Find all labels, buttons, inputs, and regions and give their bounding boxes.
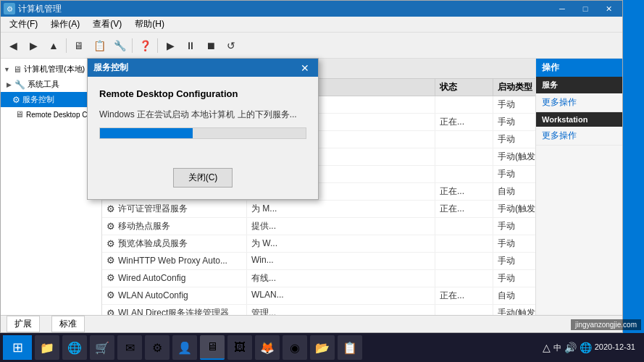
taskbar-people[interactable]: 👤 (172, 335, 197, 360)
dialog-close-button[interactable]: 关闭(C) (173, 168, 233, 188)
dialog-service-name: Remote Desktop Configuration (99, 88, 306, 99)
taskbar-file-explorer[interactable]: 📁 (35, 335, 59, 360)
watermark: jingyanzongjie.com (571, 319, 641, 330)
systray-lang[interactable]: 中 (553, 342, 561, 353)
dialog-body: Remote Desktop Configuration Windows 正在尝… (88, 77, 318, 162)
systray-date: 2020-12-31 (595, 342, 635, 353)
systray-volume[interactable]: 🔊 (564, 342, 577, 353)
taskbar-extra1[interactable]: 📋 (338, 335, 362, 360)
systray-network[interactable]: 🌐 (580, 342, 592, 353)
dialog-progress-bar (99, 127, 306, 139)
start-button[interactable]: ⊞ (3, 335, 32, 360)
service-control-dialog: 服务控制 ✕ Remote Desktop Configuration Wind… (87, 58, 319, 200)
dialog-message: Windows 正在尝试启动 本地计算机 上的下列服务... (99, 108, 306, 122)
taskbar-edge[interactable]: 🌐 (62, 335, 87, 360)
systray: △ 中 🔊 🌐 2020-12-31 (537, 342, 641, 353)
taskbar-chrome[interactable]: ◉ (283, 335, 307, 360)
taskbar-store[interactable]: 🛒 (90, 335, 114, 360)
taskbar-mail[interactable]: ✉ (117, 335, 142, 360)
dialog-overlay: 服务控制 ✕ Remote Desktop Configuration Wind… (0, 0, 644, 362)
systray-datetime[interactable]: 2020-12-31 (595, 342, 635, 353)
dialog-progress-fill (100, 128, 193, 138)
dialog-title: 服务控制 (93, 62, 128, 74)
dialog-close-icon-btn[interactable]: ✕ (298, 62, 312, 74)
dialog-footer: 关闭(C) (88, 162, 318, 199)
taskbar-folder[interactable]: 📂 (310, 335, 335, 360)
taskbar-settings[interactable]: ⚙ (145, 335, 170, 360)
dialog-title-bar: 服务控制 ✕ (88, 59, 318, 77)
taskbar-photos[interactable]: 🖼 (227, 335, 252, 360)
taskbar: ⊞ 📁 🌐 🛒 ✉ ⚙ 👤 🖥 🖼 🦊 ◉ 📂 📋 △ 中 🔊 🌐 2020-1… (0, 333, 644, 362)
taskbar-firefox[interactable]: 🦊 (255, 335, 280, 360)
taskbar-computer-mgmt[interactable]: 🖥 (200, 335, 225, 360)
systray-chevron[interactable]: △ (543, 342, 551, 353)
